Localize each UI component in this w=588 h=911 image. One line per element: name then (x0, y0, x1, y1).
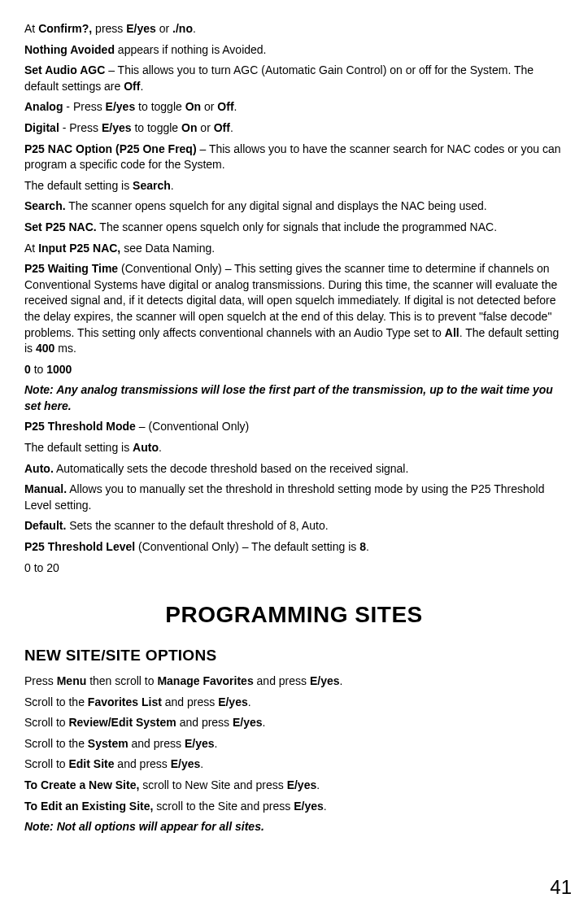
text: At (24, 22, 38, 35)
manage-favorites: Manage Favorites (157, 674, 253, 687)
off-value: Off (217, 100, 233, 113)
eyes-key: E/yes (102, 121, 132, 134)
nothing-avoided-line: Nothing Avoided appears if nothing is Av… (24, 42, 564, 59)
no-key: ./no (172, 22, 193, 35)
nothing-avoided-label: Nothing Avoided (24, 43, 115, 56)
eyes-key: E/yes (287, 778, 317, 791)
auto-label: Auto. (24, 462, 54, 475)
text: or (156, 22, 172, 35)
nac-input-line: At Input P25 NAC, see Data Naming. (24, 241, 564, 257)
text: . (140, 80, 143, 93)
thresh-level-range: 0 to 20 (24, 560, 564, 577)
step-1: Press Menu then scroll to Manage Favorit… (24, 673, 564, 690)
text: - Press (63, 100, 105, 113)
digital-line: Digital - Press E/yes to toggle On or Of… (24, 120, 564, 137)
eyes-key: E/yes (126, 22, 156, 35)
default-label: Default. (24, 519, 66, 532)
setp25-label: Set P25 NAC. (24, 220, 97, 233)
text: . (200, 757, 203, 770)
text: The scanner opens squelch only for signa… (97, 220, 497, 233)
nac-para: P25 NAC Option (P25 One Freq) – This all… (24, 142, 564, 173)
edit-site-line: To Edit an Existing Site, scroll to the … (24, 799, 564, 815)
text: . (340, 674, 343, 687)
eyes-key: E/yes (233, 716, 263, 729)
text: and press (162, 695, 218, 708)
text: Allows you to manually set the threshold… (24, 482, 544, 512)
nac-setp25-line: Set P25 NAC. The scanner opens squelch o… (24, 220, 564, 236)
create-site-line: To Create a New Site, scroll to New Site… (24, 778, 564, 794)
text: see Data Naming. (120, 242, 215, 255)
off-value: Off (124, 80, 140, 93)
favorites-list: Favorites List (88, 695, 162, 708)
nac-search-line: Search. The scanner opens squelch for an… (24, 198, 564, 215)
text: . (171, 179, 174, 192)
text: . (263, 716, 266, 729)
review-edit-system: Review/Edit System (68, 716, 176, 729)
eyes-key: E/yes (171, 757, 201, 770)
eyes-key: E/yes (310, 674, 340, 687)
text: scroll to the Site and press (153, 800, 294, 813)
audio-agc-para: Set Audio AGC – This allows you to turn … (24, 63, 564, 94)
edit-site-label: Edit Site (68, 757, 114, 770)
off-value: Off (214, 121, 230, 134)
text: . (193, 22, 196, 35)
text: Automatically sets the decode threshold … (54, 462, 409, 475)
eyes-key: E/yes (294, 800, 324, 813)
text: Scroll to (24, 716, 68, 729)
thresh-auto-line: Auto. Automatically sets the decode thre… (24, 461, 564, 477)
waittime-note: Note: Any analog transmissions will lose… (24, 382, 564, 414)
text: to (31, 363, 46, 376)
text: to toggle (135, 100, 185, 113)
eight-value: 8 (359, 540, 366, 553)
text: and press (114, 757, 170, 770)
text: Scroll to the (24, 695, 88, 708)
range-start: 0 (24, 363, 31, 376)
text: and press (176, 716, 233, 729)
text: and press (254, 674, 310, 687)
thresh-level-para: P25 Threshold Level (Conventional Only) … (24, 539, 564, 556)
thresh-default-line: Default. Sets the scanner to the default… (24, 518, 564, 534)
nac-title: P25 NAC Option (P25 One Freq) (24, 142, 197, 155)
text: and press (128, 737, 185, 750)
on-value: On (181, 121, 197, 134)
section-title: PROGRAMMING SITES (24, 599, 564, 630)
text: – (Conventional Only) (136, 420, 249, 433)
text: - Press (59, 121, 102, 134)
system-label: System (88, 737, 128, 750)
waittime-title: P25 Waiting Time (24, 262, 118, 275)
digital-label: Digital (24, 121, 59, 134)
auto-value: Auto (133, 441, 159, 454)
text: or (197, 121, 213, 134)
text: Scroll to (24, 757, 68, 770)
text: appears if nothing is Avoided. (115, 43, 267, 56)
confirm-label: Confirm?, (38, 22, 92, 35)
range-end: 1000 (46, 363, 72, 376)
text: Scroll to the (24, 737, 88, 750)
waittime-range: 0 to 1000 (24, 362, 564, 378)
input-p25-label: Input P25 NAC, (38, 242, 120, 255)
text: . (324, 800, 327, 813)
400-value: 400 (36, 342, 54, 355)
text: (Conventional Only) – The default settin… (135, 540, 359, 553)
on-value: On (185, 100, 201, 113)
analog-label: Analog (24, 100, 63, 113)
text: then scroll to (86, 674, 157, 687)
text: . (215, 737, 218, 750)
eyes-key: E/yes (106, 100, 136, 113)
eyes-key: E/yes (185, 737, 215, 750)
manual-label: Manual. (24, 482, 67, 495)
step-2: Scroll to the Favorites List and press E… (24, 695, 564, 711)
text: . (366, 540, 369, 553)
eyes-key: E/yes (218, 695, 248, 708)
text: At (24, 242, 38, 255)
text: . (248, 695, 251, 708)
text: . (234, 100, 237, 113)
thresh-mode-title: P25 Threshold Mode (24, 420, 136, 433)
text: Press (24, 674, 57, 687)
confirm-line: At Confirm?, press E/yes or ./no. (24, 21, 564, 37)
thresh-manual-line: Manual. Allows you to manually set the t… (24, 482, 564, 513)
text: ms. (54, 342, 76, 355)
thresh-mode-para: P25 Threshold Mode – (Conventional Only) (24, 419, 564, 435)
nac-default-line: The default setting is Search. (24, 178, 564, 194)
text: Sets the scanner to the default threshol… (66, 519, 328, 532)
